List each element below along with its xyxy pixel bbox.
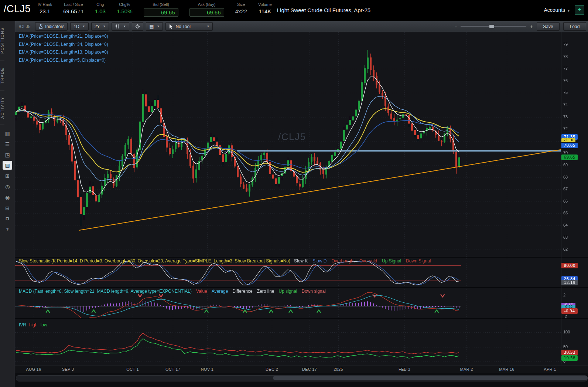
price-tick: 73 bbox=[563, 115, 568, 119]
range-dropdown[interactable]: 2Y▼ bbox=[91, 22, 109, 31]
stochastic-study-label: Slow Stochastic (K Period=14, D Period=3… bbox=[19, 258, 290, 264]
ivr-tick: 50 bbox=[563, 344, 568, 349]
price-tick: 74 bbox=[563, 102, 568, 107]
zoom-slider[interactable] bbox=[461, 26, 526, 27]
chevron-down-icon: ▼ bbox=[206, 25, 209, 28]
symbol-title: /CLJ5 bbox=[0, 0, 38, 15]
price-tick: 77 bbox=[563, 66, 568, 71]
indicators-button[interactable]: Indicators bbox=[35, 22, 68, 31]
product-cube-icon[interactable]: ◳ bbox=[0, 149, 15, 160]
quote-stat: Chg1.03 bbox=[95, 2, 106, 17]
archive-tray-icon[interactable]: ⊟ bbox=[0, 203, 15, 213]
date-tick: FEB 3 bbox=[393, 367, 416, 371]
legend-item: Overbought bbox=[331, 258, 355, 264]
timeframe-dropdown[interactable]: 1D▼ bbox=[70, 22, 88, 31]
history-clock-icon[interactable]: ◷ bbox=[0, 181, 15, 192]
legend-item: Value bbox=[196, 289, 207, 294]
sidebar-tab-activity[interactable]: ACTIVITY bbox=[0, 91, 4, 125]
layout-grid-icon: ▦ bbox=[149, 24, 154, 29]
ivr-study-label: IVR bbox=[19, 322, 26, 327]
price-tick: 78 bbox=[563, 54, 568, 59]
zoom-in-button[interactable]: + bbox=[530, 24, 533, 30]
chart-watermark: /CLJ5 bbox=[278, 131, 306, 143]
zoom-out-button[interactable]: - bbox=[455, 24, 457, 30]
candlestick-chart-icon bbox=[115, 24, 120, 29]
legend-item: Up signal bbox=[278, 289, 297, 294]
zoom-slider-thumb[interactable] bbox=[489, 25, 494, 28]
axis-badge: 80.00 bbox=[561, 263, 578, 268]
stat-value: 4x22 bbox=[235, 8, 247, 14]
stat-label: IV Rank bbox=[38, 2, 52, 7]
sidebar-tab-trade[interactable]: TRADE bbox=[0, 61, 4, 91]
load-button[interactable]: Load bbox=[563, 22, 586, 31]
save-button[interactable]: Save bbox=[537, 22, 560, 31]
legend-item: Down Signal bbox=[406, 258, 431, 264]
stat-label: Last / Size bbox=[64, 2, 83, 7]
chevron-down-icon: ▼ bbox=[123, 25, 126, 28]
accounts-dropdown[interactable]: Accounts▼ bbox=[544, 7, 570, 13]
stat-label: Chg% bbox=[119, 2, 130, 7]
price-tick: 68 bbox=[563, 175, 568, 179]
axis-badge: -0.94 bbox=[561, 308, 578, 314]
date-tick: APR 1 bbox=[539, 367, 561, 371]
contract-description: Light Sweet Crude Oil Futures, Apr-25 bbox=[277, 0, 370, 13]
fundamentals-icon[interactable]: Fi bbox=[0, 213, 15, 224]
ema-study-label: EMA (Price=CLOSE, Length=5, Displace=0) bbox=[19, 58, 106, 63]
chevron-down-icon: ▼ bbox=[103, 25, 106, 28]
legend-item: Average bbox=[212, 289, 228, 294]
date-tick: DEC 2 bbox=[261, 367, 283, 371]
left-sidebar: POSITIONSTRADEACTIVITY ▥☰◳▨⊞◷◉⊟Fi? bbox=[0, 21, 15, 387]
stat-value[interactable]: 69.66 bbox=[189, 8, 224, 17]
chart-settings-button[interactable] bbox=[132, 22, 143, 31]
dashboard-grid-icon[interactable]: ⊞ bbox=[0, 170, 15, 181]
sidebar-icons: ▥☰◳▨⊞◷◉⊟Fi? bbox=[0, 128, 15, 235]
watchlist-icon[interactable]: ☰ bbox=[0, 139, 15, 149]
chart-module: /CLJ5 Indicators 1D▼ 2Y▼ ▼ ▦ ▼ bbox=[15, 21, 588, 387]
chart-icon[interactable]: ▨ bbox=[3, 161, 12, 170]
chart-area[interactable]: /CLJ5 EMA (Price=CLOSE, Length=21, Displ… bbox=[15, 32, 588, 366]
stat-label: Ask (Buy) bbox=[198, 2, 216, 7]
layout-grid-dropdown[interactable]: ▦ ▼ bbox=[146, 22, 163, 31]
quote-board-icon[interactable]: ▥ bbox=[0, 128, 15, 139]
stat-suffix: / 1 bbox=[77, 9, 84, 14]
price-tick: 62 bbox=[563, 247, 568, 251]
stochastic-label-row: Slow Stochastic (K Period=14, D Period=3… bbox=[19, 258, 436, 264]
flask-icon bbox=[38, 24, 43, 29]
date-tick: MAR 2 bbox=[455, 367, 478, 371]
ema-study-label: EMA (Price=CLOSE, Length=13, Displace=0) bbox=[19, 50, 108, 55]
help-icon[interactable]: ? bbox=[0, 224, 15, 235]
quote-stat: Ask (Buy)69.66 bbox=[189, 2, 224, 17]
quote-stats: IV Rank23.1Last / Size69.65 / 1Chg1.03Ch… bbox=[38, 0, 272, 17]
chart-scrollbar-track[interactable] bbox=[16, 375, 588, 381]
stat-value: 23.1 bbox=[40, 8, 50, 14]
drawing-tool-dropdown[interactable]: No Tool ▼ bbox=[165, 22, 213, 31]
price-chart-canvas[interactable] bbox=[15, 32, 588, 366]
axis-badge: 12.19 bbox=[561, 280, 578, 285]
legend-item: Down signal bbox=[302, 289, 326, 294]
price-tick: 63 bbox=[563, 235, 568, 240]
legend-item: Oversold bbox=[359, 258, 377, 264]
trading-platform-window: /CLJ5 IV Rank23.1Last / Size69.65 / 1Chg… bbox=[0, 0, 588, 387]
stat-value[interactable]: 69.65 bbox=[144, 8, 178, 17]
legend-item: Slow D bbox=[312, 258, 327, 264]
macd-label-row: MACD (Fast length=8, Slow length=21, MAC… bbox=[19, 289, 330, 294]
chevron-down-icon: ▼ bbox=[567, 9, 570, 13]
stat-label: Size bbox=[237, 2, 245, 7]
quote-stat: Size4x22 bbox=[235, 2, 247, 17]
sidebar-tab-positions[interactable]: POSITIONS bbox=[0, 21, 4, 61]
chart-scrollbar-thumb[interactable] bbox=[273, 376, 588, 380]
date-tick: OCT 17 bbox=[162, 367, 184, 371]
price-tick: 69 bbox=[563, 163, 568, 167]
chart-type-dropdown[interactable]: ▼ bbox=[112, 22, 129, 31]
ema-study-label: EMA (Price=CLOSE, Length=21, Displace=0) bbox=[19, 34, 108, 39]
quote-header: /CLJ5 IV Rank23.1Last / Size69.65 / 1Chg… bbox=[0, 0, 588, 21]
add-symbol-button[interactable]: + bbox=[575, 5, 584, 15]
date-tick: AUG 16 bbox=[23, 367, 45, 371]
macd-tick: -2 bbox=[563, 314, 567, 319]
date-tick: DEC 17 bbox=[298, 367, 321, 371]
ivr-label-row: IVRhighlow bbox=[19, 322, 47, 327]
chart-toolbar: /CLJ5 Indicators 1D▼ 2Y▼ ▼ ▦ ▼ bbox=[15, 21, 588, 32]
follow-feed-icon[interactable]: ◉ bbox=[0, 192, 15, 203]
stat-value: 114K bbox=[259, 8, 271, 14]
legend-item: low bbox=[41, 322, 47, 327]
